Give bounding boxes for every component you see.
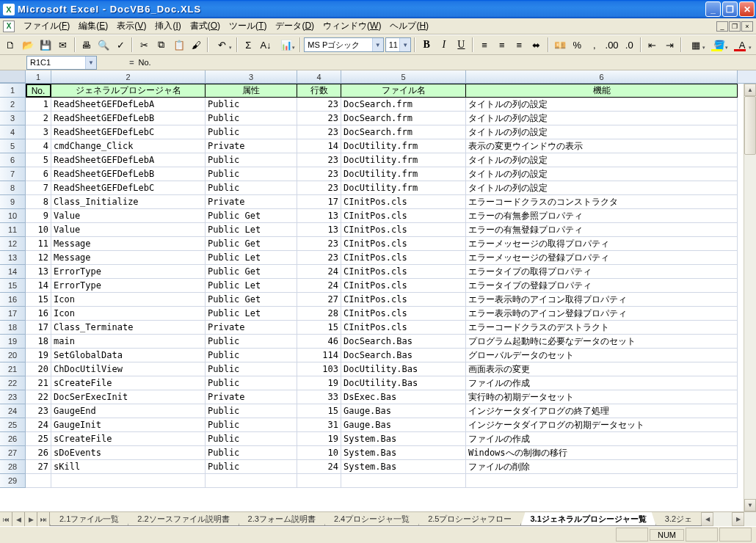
cell[interactable]: 11 <box>26 237 51 251</box>
cut-button[interactable]: ✂ <box>136 37 152 53</box>
row-header[interactable]: 26 <box>0 432 26 446</box>
row-header[interactable]: 6 <box>0 153 26 167</box>
cell[interactable]: Public <box>206 376 297 390</box>
column-header[interactable]: 6 <box>466 70 738 83</box>
percent-button[interactable]: % <box>569 37 585 53</box>
row-header[interactable]: 11 <box>0 223 26 237</box>
cell[interactable]: 18 <box>26 335 51 349</box>
decrease-decimal-button[interactable]: .0 <box>621 37 637 53</box>
tab-nav-last-button[interactable]: ⏭ <box>37 512 50 526</box>
row-header[interactable]: 13 <box>0 251 26 265</box>
mdi-minimize-button[interactable]: _ <box>716 21 728 32</box>
cell[interactable]: タイトルの列の設定 <box>466 181 738 195</box>
row-header[interactable]: 5 <box>0 139 26 153</box>
cell[interactable]: DocSearch.Bas <box>341 349 466 362</box>
cell[interactable]: DocUtility.frm <box>341 181 466 195</box>
merge-center-button[interactable]: ⬌ <box>528 37 545 53</box>
cell[interactable]: 22 <box>26 390 51 404</box>
cell[interactable]: Gauge.Bas <box>341 404 466 418</box>
row-header[interactable]: 18 <box>0 321 26 335</box>
sheet-tab[interactable]: 3.2ジェ <box>655 512 702 526</box>
cell[interactable]: CInitPos.cls <box>341 307 466 321</box>
cell[interactable]: CInitPos.cls <box>341 321 466 335</box>
row-header[interactable]: 27 <box>0 446 26 460</box>
cell[interactable]: 114 <box>297 349 341 362</box>
cell[interactable]: Private <box>206 390 297 404</box>
row-header[interactable]: 9 <box>0 195 26 209</box>
row-header[interactable]: 2 <box>0 98 26 112</box>
cell[interactable]: 行数 <box>297 84 341 98</box>
menu-item[interactable]: 挿入(I) <box>150 19 185 32</box>
cell[interactable]: 27 <box>297 293 341 307</box>
cell[interactable]: 13 <box>297 209 341 223</box>
menu-item[interactable]: 表示(V) <box>112 19 150 32</box>
vertical-scrollbar[interactable]: ▲ ▼ <box>744 84 756 511</box>
mail-button[interactable]: ✉ <box>55 37 71 53</box>
cell[interactable]: Private <box>206 321 297 335</box>
sheet-tab[interactable]: 2.3フォーム説明書 <box>239 512 325 526</box>
cell[interactable]: Public Let <box>206 307 297 321</box>
row-header[interactable]: 24 <box>0 404 26 418</box>
cell[interactable]: 23 <box>297 237 341 251</box>
row-header[interactable]: 12 <box>0 237 26 251</box>
cell[interactable]: 23 <box>297 167 341 181</box>
decrease-indent-button[interactable]: ⇤ <box>644 37 661 53</box>
cell[interactable]: タイトルの列の設定 <box>466 112 738 125</box>
cell[interactable]: Windowsへの制御の移行 <box>466 446 738 460</box>
cell[interactable]: タイトルの列の設定 <box>466 167 738 181</box>
cell[interactable]: Value <box>51 223 206 237</box>
tab-nav-next-button[interactable]: ▶ <box>25 512 37 526</box>
cell[interactable]: 13 <box>26 265 51 279</box>
cell[interactable]: 7 <box>26 181 51 195</box>
cell[interactable]: 24 <box>26 418 51 432</box>
save-button[interactable]: 💾 <box>37 37 54 53</box>
row-header[interactable]: 29 <box>0 474 26 488</box>
cell[interactable]: 15 <box>297 321 341 335</box>
cell[interactable]: 24 <box>297 265 341 279</box>
cell[interactable]: DocUtility.frm <box>341 139 466 153</box>
cell[interactable]: 1 <box>26 98 51 112</box>
cell[interactable]: Public Let <box>206 223 297 237</box>
cell[interactable]: Public <box>206 181 297 195</box>
cell[interactable]: DocSearch.frm <box>341 125 466 139</box>
cell[interactable]: CInitPos.cls <box>341 223 466 237</box>
cell[interactable]: GaugeEnd <box>51 404 206 418</box>
cell[interactable]: 25 <box>26 432 51 446</box>
cell[interactable]: エラーメッセージの登録プロパティ <box>466 251 738 265</box>
sheet-tab[interactable]: 2.2ソースファイル説明書 <box>128 512 239 526</box>
sheet-tab[interactable]: 2.1ファイル一覧 <box>50 512 128 526</box>
row-header[interactable]: 10 <box>0 209 26 223</box>
cell[interactable]: 17 <box>297 195 341 209</box>
column-header[interactable]: 2 <box>51 70 206 83</box>
cell[interactable]: sCreateFile <box>51 376 206 390</box>
cell[interactable]: 23 <box>297 98 341 112</box>
cell[interactable] <box>466 474 738 488</box>
formula-input[interactable] <box>138 58 432 67</box>
column-header[interactable]: 4 <box>297 70 341 83</box>
cell[interactable]: Public <box>206 362 297 376</box>
cell[interactable]: エラータイプの登録プロパティ <box>466 279 738 293</box>
cell[interactable]: 15 <box>26 293 51 307</box>
cell[interactable]: Class_Terminate <box>51 321 206 335</box>
cell[interactable]: Value <box>51 209 206 223</box>
font-size-combo[interactable]: 11▼ <box>385 37 412 52</box>
cell[interactable]: エラーコードクラスのデストラクト <box>466 321 738 335</box>
select-all-corner[interactable] <box>0 70 26 83</box>
cell[interactable]: エラーの有無参照プロパティ <box>466 209 738 223</box>
italic-button[interactable]: I <box>436 37 452 53</box>
dropdown-arrow-icon[interactable]: ▼ <box>372 38 383 51</box>
cell[interactable]: Public <box>206 404 297 418</box>
column-header[interactable]: 1 <box>26 70 51 83</box>
cell[interactable]: プログラム起動時に必要なデータのセット <box>466 335 738 349</box>
cell[interactable] <box>206 474 297 488</box>
new-button[interactable]: 🗋 <box>3 37 19 53</box>
cell[interactable]: Private <box>206 195 297 209</box>
document-icon[interactable]: X <box>3 21 15 32</box>
borders-button[interactable]: ▦ <box>685 37 707 53</box>
scroll-left-button[interactable]: ◀ <box>701 512 713 526</box>
row-header[interactable]: 21 <box>0 362 26 376</box>
cell[interactable]: GaugeInit <box>51 418 206 432</box>
cell[interactable]: DocSerExecInit <box>51 390 206 404</box>
cell[interactable]: Public Get <box>206 237 297 251</box>
cell[interactable]: Public Get <box>206 265 297 279</box>
